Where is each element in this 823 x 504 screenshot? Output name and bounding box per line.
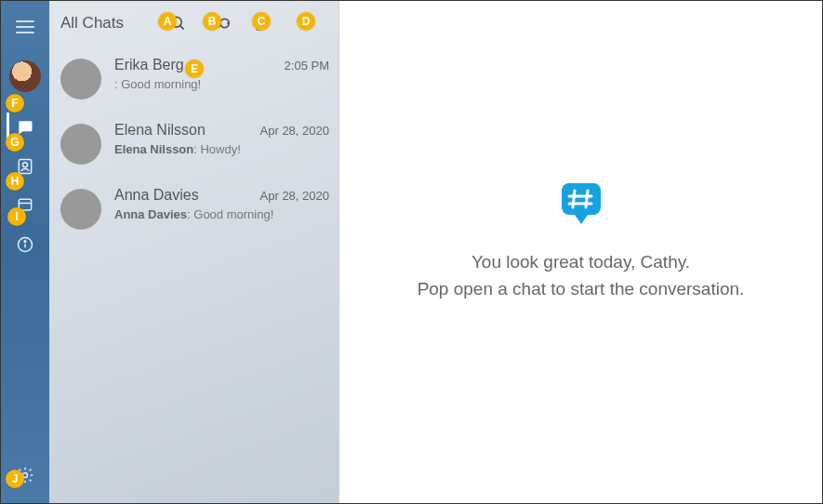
callout-F: F [6,94,24,113]
chat-preview: Elena Nilsson: Howdy! [114,142,329,156]
callout-E: E [185,60,204,78]
svg-line-12 [180,26,184,30]
app-logo-icon [554,178,608,232]
callout-C: C [252,12,271,31]
callout-H: H [6,172,24,191]
sidebar [1,1,49,503]
chat-time: Apr 28, 2020 [260,124,329,138]
greeting-text: You look great today, Cathy. Pop open a … [418,248,745,303]
callout-B: B [203,12,221,31]
svg-rect-18 [562,183,601,215]
chat-time: Apr 28, 2020 [260,189,329,203]
chat-row[interactable]: Elena Nilsson Apr 28, 2020 Elena Nilsson… [49,111,338,176]
hamburger-menu-icon[interactable] [7,8,44,46]
chat-preview: Anna Davies: Good morning! [114,207,329,221]
svg-rect-3 [19,160,31,174]
main-empty-state: You look great today, Cathy. Pop open a … [339,1,822,503]
contact-name: Elena Nilsson [114,122,260,139]
chat-list-title: All Chats [60,14,156,33]
callout-A: A [158,12,177,31]
contact-name: Anna Davies [114,187,260,204]
chat-time: 2:05 PM [285,59,329,73]
callout-J: J [6,470,24,488]
callout-I: I [7,207,26,226]
contact-avatar [60,124,101,165]
chat-row[interactable]: Anna Davies Apr 28, 2020 Anna Davies: Go… [49,176,338,241]
svg-point-9 [24,241,26,243]
contact-avatar [60,189,101,230]
svg-point-4 [23,163,28,167]
chat-row[interactable]: Erika Berg 2:05 PM : Good morning! [49,46,338,111]
callout-G: G [6,133,24,152]
callout-D: D [297,12,315,31]
contact-avatar [60,59,101,99]
current-user-avatar[interactable] [9,60,41,92]
chat-list-header: All Chats [49,1,338,46]
chat-preview: : Good morning! [114,77,329,91]
nav-info-icon[interactable] [7,226,44,263]
